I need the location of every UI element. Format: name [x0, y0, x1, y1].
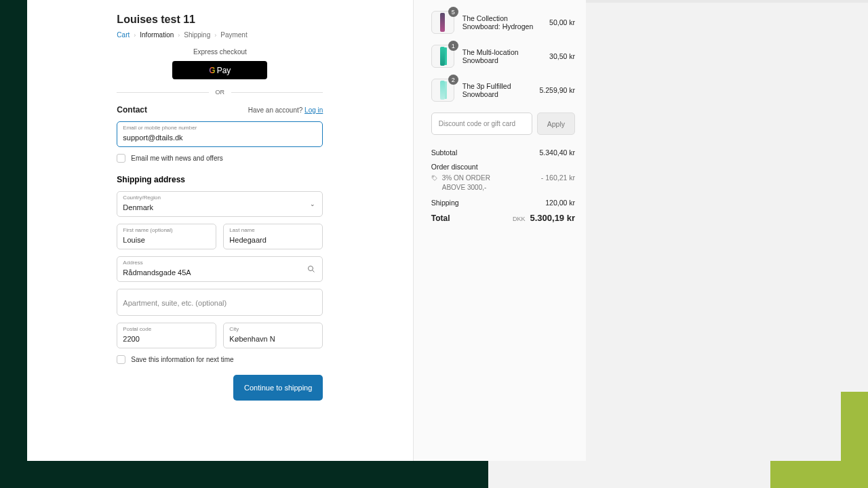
firstname-field[interactable]: First name (optional)	[117, 224, 216, 249]
save-info-checkbox[interactable]	[117, 355, 125, 364]
lastname-field[interactable]: Last name	[223, 224, 323, 249]
svg-line-1	[313, 270, 315, 272]
email-label: Email or mobile phone number	[123, 125, 317, 131]
save-info-label: Save this information for next time	[131, 356, 233, 363]
svg-point-0	[309, 266, 313, 271]
store-title: Louises test 11	[117, 14, 323, 26]
apartment-input[interactable]	[123, 299, 317, 307]
or-divider: OR	[216, 89, 225, 96]
item-price: 5.259,90 kr	[539, 86, 575, 94]
express-checkout-label: Express checkout	[117, 48, 323, 56]
news-checkbox[interactable]	[117, 154, 125, 163]
country-select[interactable]: Country/Region ⌄	[117, 191, 323, 217]
continue-button[interactable]: Continue to shipping	[233, 375, 323, 401]
svg-point-2	[433, 176, 433, 177]
qty-badge: 2	[448, 75, 458, 85]
cart-item: 1 The Multi-location Snowboard 30,50 kr	[431, 45, 575, 68]
login-link[interactable]: Log in	[304, 106, 323, 114]
gpay-button[interactable]: G Pay	[172, 61, 267, 79]
qty-badge: 1	[448, 41, 458, 51]
apply-button[interactable]: Apply	[537, 113, 575, 135]
breadcrumb-cart[interactable]: Cart	[117, 31, 130, 39]
address-field[interactable]: Address	[117, 256, 323, 282]
postal-field[interactable]: Postal code	[117, 323, 216, 348]
city-field[interactable]: City	[223, 323, 323, 348]
cart-item: 5 The Collection Snowboard: Hydrogen 50,…	[431, 11, 575, 34]
apartment-field[interactable]	[117, 289, 323, 316]
subtotal-label: Subtotal	[431, 148, 458, 157]
chevron-down-icon: ⌄	[310, 201, 315, 207]
item-name: The Collection Snowboard: Hydrogen	[462, 14, 541, 30]
breadcrumb: Cart › Information › Shipping › Payment	[117, 31, 323, 39]
discount-name: 3% ON ORDER ABOVE 3000,-	[442, 174, 513, 192]
total-label: Total	[431, 214, 450, 223]
item-price: 50,00 kr	[549, 18, 575, 26]
item-thumb: 1	[431, 45, 454, 68]
item-name: The 3p Fulfilled Snowboard	[462, 82, 532, 98]
gpay-text: Pay	[217, 66, 231, 75]
have-account-text: Have an account? Log in	[248, 106, 323, 114]
currency-code: DKK	[513, 216, 526, 222]
email-field[interactable]: Email or mobile phone number	[117, 121, 323, 147]
item-thumb: 2	[431, 79, 454, 102]
item-price: 30,50 kr	[549, 52, 575, 60]
chevron-right-icon: ›	[178, 32, 180, 39]
chevron-right-icon: ›	[134, 32, 136, 39]
breadcrumb-shipping: Shipping	[184, 31, 210, 39]
item-thumb: 5	[431, 11, 454, 34]
news-label: Email me with news and offers	[131, 155, 222, 162]
discount-input[interactable]	[431, 113, 532, 135]
chevron-right-icon: ›	[214, 32, 216, 39]
total-value: 5.300,19 kr	[530, 213, 575, 223]
discount-value: - 160,21 kr	[541, 174, 575, 192]
orderdisc-label: Order discount	[431, 163, 478, 171]
subtotal-value: 5.340,40 kr	[539, 148, 575, 157]
cart-item: 2 The 3p Fulfilled Snowboard 5.259,90 kr	[431, 79, 575, 102]
tag-icon	[431, 175, 438, 182]
shipping-value: 120,00 kr	[545, 199, 575, 207]
google-g-icon: G	[209, 66, 215, 75]
email-input[interactable]	[123, 134, 317, 142]
qty-badge: 5	[448, 7, 458, 17]
shipping-heading: Shipping address	[117, 175, 323, 184]
contact-heading: Contact	[117, 105, 147, 115]
breadcrumb-information: Information	[140, 31, 174, 39]
breadcrumb-payment: Payment	[220, 31, 247, 39]
search-icon	[307, 265, 315, 273]
shipping-label: Shipping	[431, 199, 459, 207]
item-name: The Multi-location Snowboard	[462, 48, 541, 64]
